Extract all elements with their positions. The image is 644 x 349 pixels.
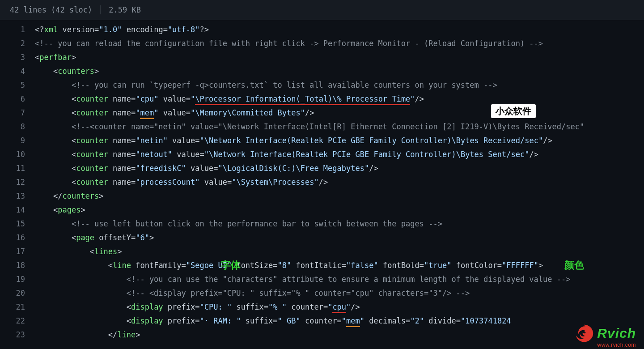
code-line: <counter name="netout" value="\Network I… bbox=[35, 148, 644, 162]
line-number-gutter: 1 2 3 4 5 6 7 8 9 10 11 12 13 14 15 16 1… bbox=[0, 23, 35, 342]
line-number[interactable]: 20 bbox=[0, 286, 25, 300]
code-line: <?xml version="1.0" encoding="utf-8"?> bbox=[35, 23, 644, 37]
line-number[interactable]: 9 bbox=[0, 134, 25, 148]
code-line: <!-- use left button click on the perfor… bbox=[35, 217, 644, 231]
line-number[interactable]: 17 bbox=[0, 245, 25, 259]
line-number[interactable]: 7 bbox=[0, 106, 25, 120]
line-number[interactable]: 5 bbox=[0, 78, 25, 92]
code-line: <lines> bbox=[35, 245, 644, 259]
file-header: 42 lines (42 sloc) 2.59 KB bbox=[0, 0, 644, 20]
line-number[interactable]: 23 bbox=[0, 328, 25, 342]
line-number[interactable]: 12 bbox=[0, 175, 25, 189]
line-number[interactable]: 6 bbox=[0, 92, 25, 106]
annotation-color-label: 颜色 bbox=[564, 259, 584, 272]
line-number[interactable]: 8 bbox=[0, 120, 25, 134]
code-line: <perfbar> bbox=[35, 51, 644, 64]
line-number[interactable]: 19 bbox=[0, 272, 25, 286]
dragon-icon bbox=[574, 323, 594, 344]
watermark-name: Rvich bbox=[597, 326, 636, 341]
line-number[interactable]: 4 bbox=[0, 64, 25, 78]
watermark-logo: Rvich bbox=[574, 323, 636, 344]
code-line: <!-- <display prefix="CPU: " suffix="% "… bbox=[35, 286, 644, 300]
line-number[interactable]: 13 bbox=[0, 189, 25, 203]
line-number[interactable]: 21 bbox=[0, 300, 25, 314]
file-lines: 42 lines (42 sloc) bbox=[10, 5, 92, 14]
code-line: <counter name="processCount" value="\Sys… bbox=[35, 175, 644, 189]
annotation-box: 小众软件 bbox=[491, 104, 536, 118]
code-line: <counters> bbox=[35, 64, 644, 78]
line-number[interactable]: 2 bbox=[0, 37, 25, 51]
code-line: <!--<counter name="netin" value="\Networ… bbox=[35, 120, 644, 134]
code-viewer: 1 2 3 4 5 6 7 8 9 10 11 12 13 14 15 16 1… bbox=[0, 20, 644, 342]
code-line: <counter name="cpu" value="\Processor In… bbox=[35, 92, 644, 106]
line-number[interactable]: 22 bbox=[0, 314, 25, 328]
line-number[interactable]: 18 bbox=[0, 259, 25, 272]
file-size: 2.59 KB bbox=[109, 5, 141, 14]
code-line: <page offsetY="6"> bbox=[35, 231, 644, 245]
code-line: <!-- you can use the "characters" attrib… bbox=[35, 272, 644, 286]
code-line: <display prefix="· RAM: " suffix=" GB" c… bbox=[35, 314, 644, 328]
code-line: <!-- you can reload the configuration fi… bbox=[35, 37, 644, 51]
watermark-url: www.rvich.com bbox=[597, 342, 636, 348]
header-separator bbox=[100, 5, 101, 14]
code-line: <display prefix="CPU: " suffix="% " coun… bbox=[35, 300, 644, 314]
line-number[interactable]: 10 bbox=[0, 148, 25, 162]
line-number[interactable]: 3 bbox=[0, 51, 25, 64]
code-line: </line> bbox=[35, 328, 644, 342]
code-line: <counter name="freediskC" value="\Logica… bbox=[35, 162, 644, 175]
code-line: <!-- you can run `typeperf -q>counters.t… bbox=[35, 78, 644, 92]
code-line: </counters> bbox=[35, 189, 644, 203]
code-line: <line fontFamily="Segoe UI" fontSize="8"… bbox=[35, 259, 644, 272]
code-line: <counter name="netin" value="\Network In… bbox=[35, 134, 644, 148]
line-number[interactable]: 11 bbox=[0, 162, 25, 175]
line-number[interactable]: 1 bbox=[0, 23, 25, 37]
line-number[interactable]: 15 bbox=[0, 217, 25, 231]
code-line: <pages> bbox=[35, 203, 644, 217]
line-number[interactable]: 16 bbox=[0, 231, 25, 245]
code-line: <counter name="mem" value="\Memory\Commi… bbox=[35, 106, 644, 120]
code-content[interactable]: <?xml version="1.0" encoding="utf-8"?> <… bbox=[35, 23, 644, 342]
line-number[interactable]: 14 bbox=[0, 203, 25, 217]
annotation-font-label: 字体 bbox=[221, 259, 241, 272]
